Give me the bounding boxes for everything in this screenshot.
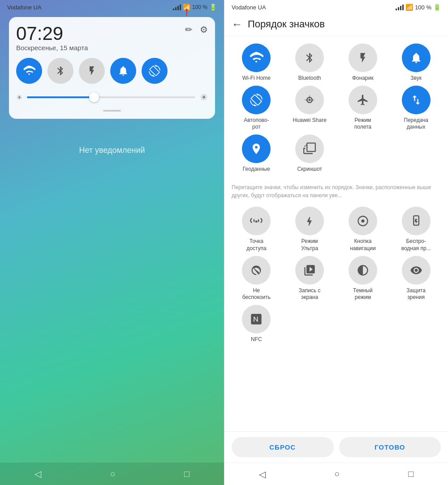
icon-sound[interactable]: Звук — [391, 43, 441, 82]
edit-button[interactable]: ✏ — [185, 24, 193, 35]
icon-circle-airplane — [349, 86, 377, 114]
icon-circle-flashlight — [349, 43, 377, 72]
icon-circle-hotspot — [242, 207, 271, 235]
icon-bluetooth[interactable]: Bluetooth — [285, 43, 335, 82]
red-arrow-indicator: ↑ — [184, 4, 190, 19]
icon-label-record: Запись сэкрана — [299, 287, 321, 301]
icon-label-data-transfer: Передачаданных — [404, 117, 428, 131]
nav-bar-right: ◁ ○ □ — [224, 463, 448, 485]
icon-label-airplane: Режимполета — [354, 117, 371, 131]
icon-wifi[interactable]: Wi-Fi Home — [232, 43, 281, 82]
icon-dark[interactable]: Темныйрежим — [338, 256, 388, 301]
icon-autorotate[interactable]: Автопово-рот — [232, 86, 281, 131]
home-nav-right[interactable]: ○ — [330, 464, 344, 484]
brightness-slider[interactable] — [27, 96, 195, 98]
brightness-high-icon: ☀ — [200, 92, 208, 103]
signal-icon-right — [396, 4, 404, 10]
icon-hotspot[interactable]: Точкадоступа — [232, 207, 281, 252]
icon-label-bluetooth: Bluetooth — [298, 75, 321, 82]
icon-label-wireless: Беспро-водная пр... — [401, 238, 431, 252]
icon-circle-record — [295, 256, 324, 285]
icon-data-transfer[interactable]: Передачаданных — [391, 86, 441, 131]
icon-flashlight[interactable]: Фонарик — [338, 43, 388, 82]
icon-ultra[interactable]: РежимУльтра — [285, 207, 335, 252]
quick-bluetooth-btn[interactable] — [47, 58, 73, 84]
nav-bar-left: ◁ ○ □ — [0, 463, 224, 485]
right-icons-right: 📶 100 % 🔋 — [396, 4, 441, 11]
icon-label-nav-btn: Кнопканавигации — [350, 238, 375, 252]
battery-icon-right: 🔋 — [433, 4, 441, 11]
icon-circle-dark — [349, 256, 377, 285]
icon-circle-wireless — [402, 207, 431, 235]
reset-button[interactable]: СБРОС — [232, 437, 334, 457]
page-title: Порядок значков — [248, 18, 325, 30]
panel-indicator — [103, 110, 121, 112]
status-bar-right: Vodafone UA 📶 100 % 🔋 — [224, 0, 448, 13]
back-button-right[interactable]: ← — [232, 18, 242, 30]
time-display: 07:29 — [16, 24, 208, 43]
icon-circle-nav-btn — [349, 207, 377, 235]
icon-label-autorotate: Автопово-рот — [244, 117, 269, 131]
icon-label-huawei-share: Huawei Share — [293, 117, 326, 124]
no-notifications-text: Нет уведомлений — [79, 146, 145, 155]
battery-icon-left: 🔋 — [209, 4, 217, 11]
quick-wifi-btn[interactable] — [16, 58, 42, 84]
icon-eye[interactable]: Защитазрения — [391, 256, 441, 301]
brightness-row[interactable]: ☀ ☀ — [16, 90, 208, 104]
icon-record[interactable]: Запись сэкрана — [285, 256, 335, 301]
back-nav-left[interactable]: ◁ — [30, 464, 46, 484]
signal-icon — [173, 4, 181, 10]
icon-circle-nfc — [242, 305, 271, 333]
icon-label-dnd: Небеспокоить — [242, 287, 271, 301]
recent-nav-right[interactable]: □ — [404, 464, 418, 484]
carrier-right: Vodafone UA — [232, 4, 266, 11]
icon-label-ultra: РежимУльтра — [301, 238, 318, 252]
right-icons-left: 📶 100 % 🔋 — [173, 4, 217, 11]
icon-label-flashlight: Фонарик — [352, 75, 374, 82]
icon-nav-btn[interactable]: Кнопканавигации — [338, 207, 388, 252]
recent-nav-left[interactable]: □ — [180, 464, 194, 484]
icon-circle-dnd — [242, 256, 271, 285]
date-display: Воскресенье, 15 марта — [16, 44, 208, 52]
icon-screenshot[interactable]: Скриншот — [285, 134, 335, 173]
icon-label-nfc: NFC — [251, 336, 262, 343]
status-bar-left: Vodafone UA 📶 100 % 🔋 — [0, 0, 224, 13]
icon-dnd[interactable]: Небеспокоить — [232, 256, 281, 301]
quick-flashlight-btn[interactable] — [79, 58, 105, 84]
right-panel: Vodafone UA 📶 100 % 🔋 ← Порядок значков — [224, 0, 448, 485]
carrier-left: Vodafone UA — [7, 4, 42, 11]
icon-label-wifi: Wi-Fi Home — [242, 75, 271, 82]
icon-circle-screenshot — [295, 134, 324, 163]
icons-grid-section: Wi-Fi Home Bluetooth Фонарик — [224, 36, 448, 431]
back-nav-right[interactable]: ◁ — [254, 464, 270, 484]
icon-label-hotspot: Точкадоступа — [246, 238, 266, 252]
brightness-low-icon: ☀ — [16, 93, 22, 102]
icon-huawei-share[interactable]: Huawei Share — [285, 86, 335, 131]
icon-nfc[interactable]: NFC — [232, 305, 281, 343]
done-button[interactable]: ГОТОВО — [339, 437, 441, 457]
icon-geo[interactable]: Геоданные — [232, 134, 281, 173]
quick-sound-btn[interactable] — [110, 58, 136, 84]
icon-label-screenshot: Скриншот — [297, 166, 322, 173]
battery-right: 100 % — [415, 4, 431, 11]
icon-circle-ultra — [295, 207, 324, 235]
svg-point-2 — [361, 220, 364, 223]
bottom-buttons: СБРОС ГОТОВО — [224, 431, 448, 463]
right-header: ← Порядок значков — [224, 13, 448, 36]
settings-button[interactable]: ⚙ — [200, 24, 208, 35]
inactive-icons-grid: Точкадоступа РежимУльтра — [232, 207, 441, 343]
icon-circle-wifi — [242, 43, 271, 72]
notification-panel: ✏ ↑ ⚙ 07:29 Воскресенье, 15 марта — [9, 17, 215, 119]
icon-label-eye: Защитазрения — [406, 287, 426, 301]
active-icons-grid: Wi-Fi Home Bluetooth Фонарик — [232, 43, 441, 173]
quick-rotate-btn[interactable] — [142, 58, 168, 84]
icon-airplane[interactable]: Режимполета — [338, 86, 388, 131]
home-nav-left[interactable]: ○ — [105, 464, 120, 484]
hint-text: Перетащите значки, чтобы изменить их пор… — [232, 180, 441, 207]
icon-circle-bluetooth — [295, 43, 324, 72]
icon-circle-sound — [402, 43, 431, 72]
icon-circle-geo — [242, 134, 271, 163]
icon-wireless[interactable]: Беспро-водная пр... — [391, 207, 441, 252]
icon-circle-data-transfer — [402, 86, 431, 114]
icon-label-dark: Темныйрежим — [353, 287, 373, 301]
